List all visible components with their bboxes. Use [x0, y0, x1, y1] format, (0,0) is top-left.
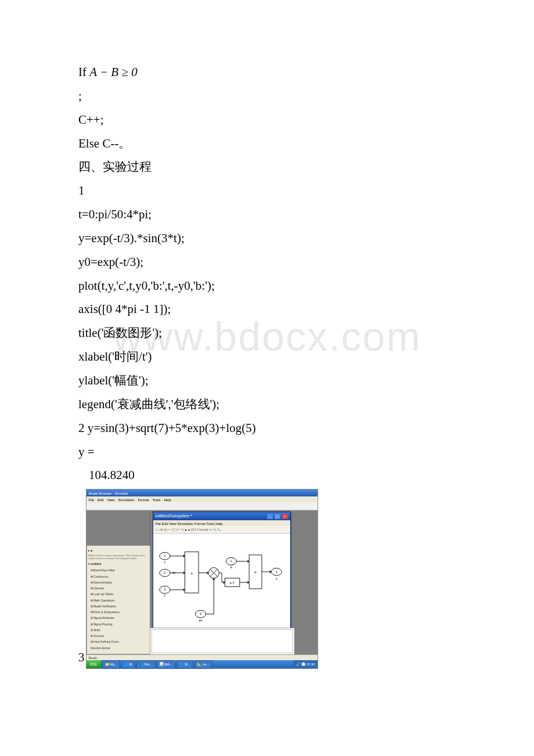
taskbar-item[interactable]: 📊 MA... — [157, 660, 176, 669]
line-code-title: title('函数图形'); — [78, 322, 456, 344]
line-semicolon: ; — [78, 85, 456, 107]
line-code-plot: plot(t,y,'c',t,y0,'b:',t,-y0,'b:'); — [78, 275, 456, 297]
port-in4: 2 — [200, 612, 201, 615]
menu-format[interactable]: Format — [138, 497, 149, 502]
lib-item[interactable]: ⊞ User-Defined Funct... — [91, 639, 149, 645]
line-code-t: t=0:pi/50:4*pi; — [78, 203, 456, 226]
lib-item[interactable]: ⊞ Signal Routing — [91, 622, 149, 627]
app-toolbar — [86, 502, 317, 510]
app-titlebar: Model Browser - Simulink — [86, 489, 317, 496]
menu-edit[interactable]: Edit — [98, 497, 103, 502]
app-menubar: File Edit View Simulation Format Tools H… — [86, 496, 317, 502]
lib-item[interactable]: ⊞ Continuous — [91, 574, 149, 579]
math-expr: A − B ≥ 0 — [89, 65, 137, 79]
menu-file[interactable]: File — [89, 497, 95, 502]
right-gray-area — [294, 510, 317, 654]
taskbar-item[interactable]: 📘 Wo... — [136, 660, 156, 669]
menu-tools[interactable]: Tools — [152, 497, 160, 502]
port-in3-label: T — [164, 595, 166, 598]
sim-title-text: untitled/Subsystem * — [156, 513, 193, 520]
sim-window-buttons: – ▢ × — [266, 513, 288, 520]
port-in5-label: A — [230, 566, 232, 570]
line-code-axis: axis([0 4*pi -1 1]); — [78, 298, 456, 321]
if-text: If — [78, 65, 89, 79]
simulink-screenshot: Model Browser - Simulink File Edit View … — [86, 489, 318, 669]
screenshot-row: 3 Model Browser - Simulink File Edit Vie… — [78, 489, 456, 669]
port-out1-label: y — [276, 577, 277, 580]
taskbar-item[interactable]: 📁 My... — [102, 660, 120, 669]
taskbar-item[interactable]: 🔷 Si... — [176, 660, 193, 669]
line-code-y: y=exp(-t/3).*sin(3*t); — [78, 227, 456, 250]
block-diagram-svg: 1 c 2 pt 3 T — [153, 534, 290, 636]
sub-block-label: k-T — [230, 581, 235, 585]
line-y-eq: y = — [78, 441, 456, 463]
lib-item[interactable]: ⊞ Math Operations — [91, 598, 149, 603]
taskbar-item[interactable]: 🌐 IE — [121, 660, 135, 669]
menu-help[interactable]: Help — [164, 497, 171, 502]
lib-item[interactable]: ⊞ Sources — [91, 633, 149, 639]
panel-header2: ▾ untitled — [88, 561, 149, 567]
port-out1: 1 — [275, 570, 277, 574]
sim-titlebar: untitled/Subsystem * – ▢ × — [153, 512, 290, 520]
port-in1-label: c — [164, 560, 165, 564]
document-content: If A − B ≥ 0 ; C++; Else C--。 四、实验过程 1 t… — [0, 0, 534, 669]
app-body: ▸ ■ Model: Used to create a subsystem. P… — [86, 510, 317, 654]
sim-toolbar: □ ⌂ ⊞ ⊟ | ✂ 📋 | ↶ ↷ | ▶ ■ 10.0 | Normal … — [153, 526, 290, 534]
lib-item[interactable]: ⊞ Look-Up Tables — [91, 592, 149, 597]
line-num1: 1 — [78, 179, 456, 202]
lib-item[interactable]: ⊞ Discontinuities — [91, 580, 149, 585]
line-num3: 3 — [78, 646, 85, 669]
svg-marker-15 — [207, 571, 208, 574]
close-icon[interactable]: × — [282, 514, 288, 519]
left-gray-area — [86, 510, 150, 545]
bottom-white-panel — [150, 628, 294, 654]
system-tray[interactable]: 🔊 🕐 15:30 — [294, 660, 317, 668]
port-in1: 1 — [164, 555, 165, 558]
line-code-legend: legend('衰减曲线','包络线'); — [78, 393, 456, 416]
maximize-icon[interactable]: ▢ — [275, 514, 280, 519]
left-column: ▸ ■ Model: Used to create a subsystem. P… — [86, 510, 150, 654]
line-if-cond: If A − B ≥ 0 — [78, 61, 456, 84]
windows-taskbar: 开始 📁 My... 🌐 IE 📘 Wo... 📊 MA... 🔷 Si... … — [86, 660, 317, 668]
line-cpp: C++; — [78, 109, 456, 131]
line-code-y0: y0=exp(-t/3); — [78, 251, 456, 273]
line-code-xlabel: xlabel('时间/t') — [78, 345, 456, 368]
product2-label: × — [254, 570, 256, 575]
lib-item[interactable]: Simulink Extras — [91, 646, 149, 651]
taskbar-item[interactable]: 📐 un... — [194, 660, 212, 669]
sim-menubar: File Edit View Simulation Format Tools H… — [153, 520, 290, 526]
svg-marker-32 — [269, 570, 271, 573]
lib-item[interactable]: ⊞ Band-Pass Filter — [91, 568, 149, 573]
panel-desc: Model: Used to create a subsystem. Place… — [88, 555, 149, 560]
sim-canvas[interactable]: 1 c 2 pt 3 T — [153, 534, 290, 636]
menu-sim[interactable]: Simulation — [118, 497, 134, 502]
lib-item[interactable]: ⊞ Discrete — [91, 586, 149, 591]
line-section-header: 四、实验过程 — [78, 156, 456, 178]
minimize-icon[interactable]: – — [267, 514, 273, 519]
start-button[interactable]: 开始 — [86, 660, 101, 668]
line-num2: 2 y=sin(3)+sqrt(7)+5*exp(3)+log(5) — [78, 417, 456, 440]
line-y-val: 104.8240 — [78, 464, 456, 487]
lib-item[interactable]: ⊞ Model Verification — [91, 604, 149, 609]
product1-label: × — [190, 571, 193, 576]
line-code-ylabel: ylabel('幅值'); — [78, 369, 456, 392]
center-column: untitled/Subsystem * – ▢ × File Edit Vie… — [150, 510, 294, 654]
panel-header1: ▸ ■ — [88, 548, 149, 553]
port-in3: 3 — [164, 588, 165, 592]
port-in2: 2 — [164, 571, 165, 575]
simulink-model-window: untitled/Subsystem * – ▢ × File Edit Vie… — [153, 512, 291, 643]
lib-item[interactable]: ⊞ Sinks — [91, 628, 149, 633]
port-in4-label: ps — [199, 618, 202, 622]
bottom-inner — [151, 629, 293, 653]
library-browser-panel: ▸ ■ Model: Used to create a subsystem. P… — [86, 545, 150, 654]
port-in5: 1 — [230, 560, 232, 563]
lib-item[interactable]: ⊞ Signal Attributes — [91, 615, 149, 621]
svg-marker-18 — [212, 578, 215, 580]
menu-view[interactable]: View — [107, 497, 115, 502]
lib-item[interactable]: ⊞ Ports & Subsystems — [91, 610, 149, 615]
line-else: Else C--。 — [78, 132, 456, 155]
